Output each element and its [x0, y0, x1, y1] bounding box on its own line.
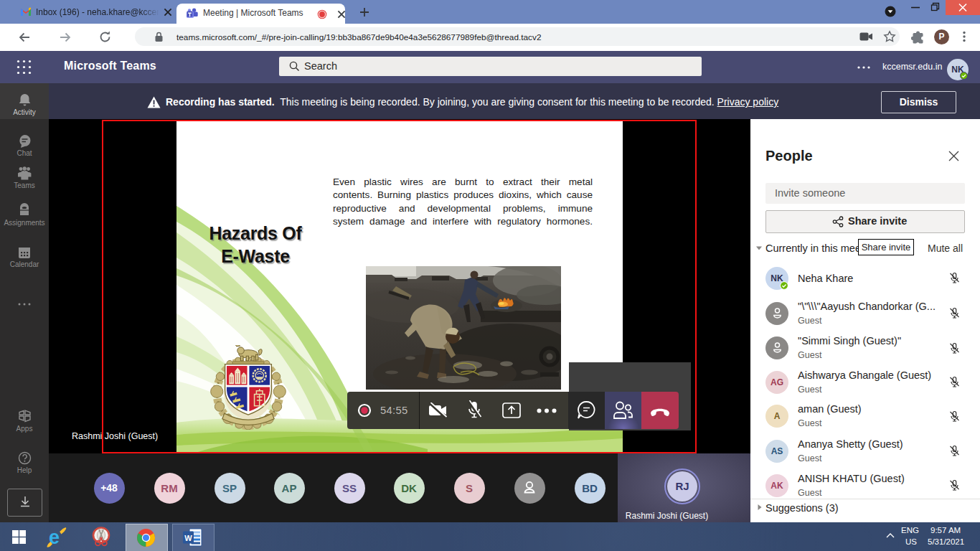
svg-text:W: W — [184, 534, 192, 542]
